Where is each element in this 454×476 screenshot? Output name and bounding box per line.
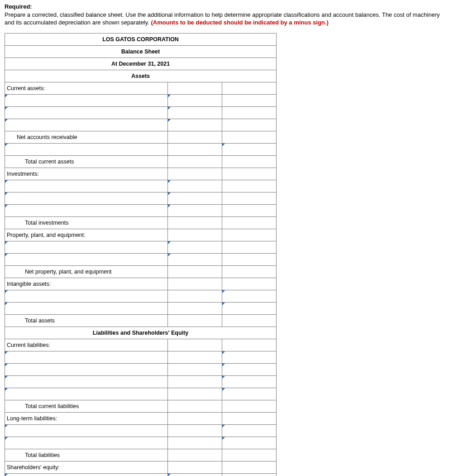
cell — [168, 375, 222, 388]
cell — [222, 119, 277, 131]
cell — [222, 168, 277, 180]
amount-input[interactable] — [168, 119, 222, 131]
instructions: Required: Prepare a corrected, classifie… — [5, 3, 448, 27]
intangibles-label: Intangible assets: — [5, 278, 168, 290]
cell — [168, 339, 222, 351]
amount-input[interactable] — [222, 437, 277, 449]
subtotal-cell — [222, 155, 277, 168]
cell — [168, 155, 222, 168]
amount-input[interactable] — [222, 375, 277, 388]
dropdown-cell[interactable] — [5, 204, 168, 216]
cell — [168, 229, 222, 241]
cell — [222, 180, 277, 192]
cell — [168, 388, 222, 400]
instructions-red: (Amounts to be deducted should be indica… — [151, 19, 329, 26]
balance-sheet-table: LOS GATOS CORPORATION Balance Sheet At D… — [5, 33, 277, 476]
dropdown-cell[interactable] — [5, 375, 168, 388]
dropdown-cell[interactable] — [5, 180, 168, 192]
dropdown-cell[interactable] — [5, 424, 168, 437]
cell — [222, 339, 277, 351]
cell — [168, 278, 222, 290]
cell — [168, 412, 222, 424]
cell — [222, 229, 277, 241]
current-assets-label: Current assets: — [5, 82, 168, 94]
amount-input[interactable] — [168, 204, 222, 216]
dropdown-cell[interactable] — [5, 302, 168, 314]
amount-input[interactable] — [168, 94, 222, 106]
dropdown-cell[interactable] — [5, 94, 168, 106]
cell — [222, 473, 277, 476]
assets-section: Assets — [5, 70, 277, 82]
liab-se-section: Liabilities and Shareholders' Equity — [5, 327, 277, 339]
cell — [222, 204, 277, 216]
cell — [168, 437, 222, 449]
subtotal-cell — [168, 131, 222, 143]
cell — [168, 351, 222, 363]
total-investments-label: Total investments — [5, 216, 168, 229]
cell — [168, 143, 222, 155]
dropdown-cell[interactable] — [5, 473, 168, 476]
dropdown-cell[interactable] — [5, 119, 168, 131]
cell — [222, 94, 277, 106]
cell — [222, 253, 277, 265]
cell — [222, 106, 277, 119]
cell — [222, 278, 277, 290]
amount-input[interactable] — [222, 143, 277, 155]
net-ppe-label: Net property, plant, and equipment — [5, 265, 168, 278]
total-current-liab-label: Total current liabilities — [5, 400, 168, 412]
total-assets-label: Total assets — [5, 314, 168, 327]
dropdown-cell[interactable] — [5, 388, 168, 400]
total-liab-label: Total liabilities — [5, 449, 168, 461]
required-label: Required: — [5, 3, 32, 10]
cell — [168, 216, 222, 229]
dropdown-cell[interactable] — [5, 363, 168, 375]
cell — [168, 363, 222, 375]
subtotal-cell — [168, 265, 222, 278]
total-cell — [222, 314, 277, 327]
subtotal-cell — [222, 216, 277, 229]
cell — [222, 131, 277, 143]
cell — [168, 400, 222, 412]
amount-input[interactable] — [168, 241, 222, 253]
dropdown-cell[interactable] — [5, 241, 168, 253]
title-header: Balance Sheet — [5, 45, 277, 58]
amount-input[interactable] — [222, 290, 277, 302]
dropdown-cell[interactable] — [5, 253, 168, 265]
date-header: At December 31, 2021 — [5, 58, 277, 70]
cell — [168, 290, 222, 302]
cell — [168, 82, 222, 94]
net-ar-label: Net accounts receivable — [5, 131, 168, 143]
dropdown-cell[interactable] — [5, 106, 168, 119]
amount-input[interactable] — [168, 253, 222, 265]
amount-input[interactable] — [222, 351, 277, 363]
cell — [168, 168, 222, 180]
amount-input[interactable] — [222, 424, 277, 437]
cell — [168, 314, 222, 327]
cell — [222, 412, 277, 424]
cell — [222, 192, 277, 204]
current-liab-label: Current liabilities: — [5, 339, 168, 351]
se-label: Shareholders' equity: — [5, 461, 168, 473]
subtotal-cell — [222, 449, 277, 461]
amount-input[interactable] — [168, 192, 222, 204]
cell — [222, 265, 277, 278]
investments-label: Investments: — [5, 168, 168, 180]
amount-input[interactable] — [168, 473, 222, 476]
amount-input[interactable] — [222, 363, 277, 375]
dropdown-cell[interactable] — [5, 192, 168, 204]
cell — [222, 82, 277, 94]
dropdown-cell[interactable] — [5, 290, 168, 302]
amount-input[interactable] — [222, 388, 277, 400]
dropdown-cell[interactable] — [5, 143, 168, 155]
total-current-assets-label: Total current assets — [5, 155, 168, 168]
subtotal-cell — [222, 400, 277, 412]
cell — [168, 449, 222, 461]
amount-input[interactable] — [222, 302, 277, 314]
ppe-label: Property, plant, and equipment: — [5, 229, 168, 241]
dropdown-cell[interactable] — [5, 351, 168, 363]
cell — [168, 424, 222, 437]
dropdown-cell[interactable] — [5, 437, 168, 449]
amount-input[interactable] — [168, 180, 222, 192]
amount-input[interactable] — [168, 106, 222, 119]
cell — [222, 241, 277, 253]
